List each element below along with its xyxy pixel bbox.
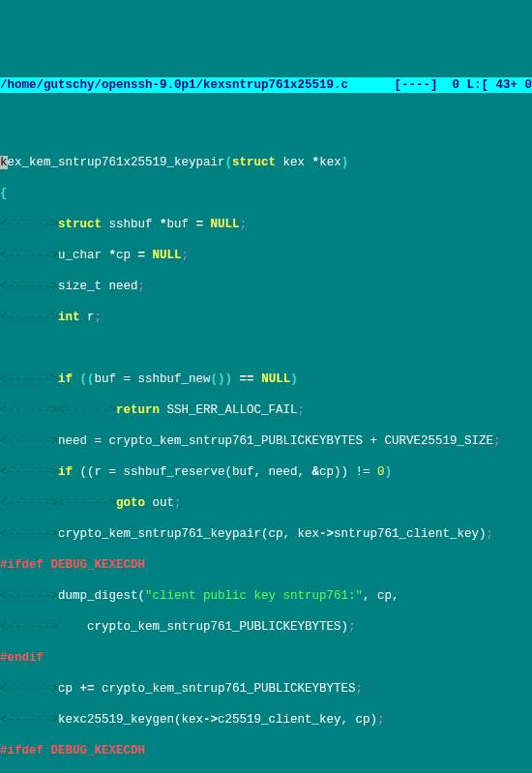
code-line: #ifdef DEBUG_KEXECDH (0, 743, 532, 758)
code-line: <------>size_t need; (0, 279, 532, 294)
code-line: <------>if ((r = sshbuf_reserve(buf, nee… (0, 464, 532, 480)
code-line: <------> crypto_kem_sntrup761_PUBLICKEYB… (0, 619, 532, 635)
code-line: <------><------>return SSH_ERR_ALLOC_FAI… (0, 402, 532, 418)
code-line: <------>need = crypto_kem_sntrup761_PUBL… (0, 433, 532, 449)
code-line: <------>crypto_kem_sntrup761_keypair(cp,… (0, 526, 532, 542)
pane1-code[interactable]: kex_kem_sntrup761x25519_keypair(struct k… (0, 139, 532, 773)
code-line: <------>int r; (0, 310, 532, 325)
code-line: <------>if ((buf = sshbuf_new()) == NULL… (0, 372, 532, 387)
code-line: { (0, 186, 532, 201)
code-line (0, 341, 532, 356)
pane1-titlebar: /home/gutschy/openssh-9.0p1/kexsntrup761… (0, 77, 532, 93)
code-line: <------>dump_digest("client public key s… (0, 588, 532, 604)
code-line: <------>kexc25519_keygen(kex->c25519_cli… (0, 712, 532, 728)
pane1-title-gap (348, 77, 394, 93)
pane1-pos: 0 L:[ 43+ 0 (452, 77, 532, 93)
code-line: #endif (0, 650, 532, 666)
pane1-path: /home/gutschy/openssh-9.0p1/kexsntrup761… (0, 77, 348, 93)
cursor: k (0, 156, 8, 169)
code-line: kex_kem_sntrup761x25519_keypair(struct k… (0, 155, 532, 170)
code-line: <------>struct sshbuf *buf = NULL; (0, 217, 532, 232)
code-line: <------>cp += crypto_kem_sntrup761_PUBLI… (0, 681, 532, 697)
pane1-bracket: [----] (394, 77, 437, 93)
code-line: <------><------>goto out; (0, 495, 532, 511)
code-line: <------>u_char *cp = NULL; (0, 248, 532, 263)
pane1-gap2 (437, 77, 452, 93)
code-line: #ifdef DEBUG_KEXECDH (0, 557, 532, 573)
